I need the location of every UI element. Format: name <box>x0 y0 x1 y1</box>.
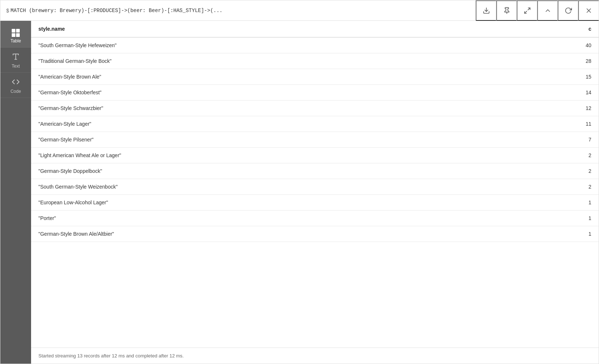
pin-button[interactable] <box>496 0 517 21</box>
collapse-button[interactable] <box>537 0 558 21</box>
table-icon <box>12 26 20 37</box>
cell-count: 11 <box>569 116 599 132</box>
svg-line-2 <box>528 8 530 10</box>
cell-count: 2 <box>569 179 599 195</box>
cell-count: 15 <box>569 69 599 85</box>
cell-style-name: "Traditional German-Style Bock" <box>31 53 569 69</box>
code-icon <box>12 78 20 87</box>
sidebar-item-code[interactable]: Code <box>0 73 31 98</box>
table-row: "South German-Style Weizenbock"2 <box>31 179 599 195</box>
cell-style-name: "German-Style Doppelbock" <box>31 163 569 179</box>
table-row: "Light American Wheat Ale or Lager"2 <box>31 148 599 163</box>
table-row: "German-Style Doppelbock"2 <box>31 163 599 179</box>
cell-count: 28 <box>569 53 599 69</box>
cell-count: 1 <box>569 195 599 211</box>
cell-count: 12 <box>569 101 599 116</box>
cell-count: 7 <box>569 132 599 148</box>
sidebar-label-code: Code <box>11 89 21 94</box>
sidebar-label-text: Text <box>12 64 20 69</box>
cell-style-name: "Light American Wheat Ale or Lager" <box>31 148 569 163</box>
table-row: "German-Style Schwarzbier"12 <box>31 101 599 116</box>
cell-style-name: "American-Style Lager" <box>31 116 569 132</box>
table-wrapper: style.name c "South German-Style Hefewei… <box>31 21 599 348</box>
table-row: "American-Style Brown Ale"15 <box>31 69 599 85</box>
cell-style-name: "German-Style Brown Ale/Altbier" <box>31 226 569 242</box>
table-row: "European Low-Alcohol Lager"1 <box>31 195 599 211</box>
query-text: MATCH (brewery: Brewery)-[:PRODUCES]->(b… <box>11 8 223 14</box>
cell-style-name: "German-Style Pilsener" <box>31 132 569 148</box>
table-row: "German-Style Brown Ale/Altbier"1 <box>31 226 599 242</box>
cell-style-name: "South German-Style Hefeweizen" <box>31 37 569 53</box>
top-bar: $ MATCH (brewery: Brewery)-[:PRODUCES]->… <box>0 0 599 21</box>
download-button[interactable] <box>476 0 496 21</box>
sidebar-item-text[interactable]: Text <box>0 48 31 73</box>
table-row: "Porter"1 <box>31 211 599 226</box>
cell-count: 2 <box>569 148 599 163</box>
cell-style-name: "South German-Style Weizenbock" <box>31 179 569 195</box>
cell-count: 14 <box>569 85 599 101</box>
cell-count: 1 <box>569 211 599 226</box>
text-icon <box>12 53 20 62</box>
cell-style-name: "American-Style Brown Ale" <box>31 69 569 85</box>
expand-button[interactable] <box>517 0 537 21</box>
table-header: style.name c <box>31 21 599 37</box>
sidebar: Table Text <box>0 21 31 364</box>
close-button[interactable] <box>578 0 599 21</box>
status-message: Started streaming 13 records after 12 ms… <box>38 353 184 359</box>
cell-count: 40 <box>569 37 599 53</box>
cell-style-name: "European Low-Alcohol Lager" <box>31 195 569 211</box>
sidebar-label-table: Table <box>11 38 21 43</box>
cell-count: 1 <box>569 226 599 242</box>
cell-count: 2 <box>569 163 599 179</box>
query-prefix: $ <box>6 8 9 14</box>
main-content: Table Text <box>0 21 599 364</box>
query-bar: $ MATCH (brewery: Brewery)-[:PRODUCES]->… <box>0 0 476 20</box>
table-row: "South German-Style Hefeweizen"40 <box>31 37 599 53</box>
table-body: "South German-Style Hefeweizen"40"Tradit… <box>31 37 599 242</box>
col-header-style-name: style.name <box>31 21 569 37</box>
cell-style-name: "Porter" <box>31 211 569 226</box>
status-bar: Started streaming 13 records after 12 ms… <box>31 348 599 364</box>
toolbar-icons <box>476 0 599 20</box>
content-panel: style.name c "South German-Style Hefewei… <box>31 21 599 364</box>
sidebar-item-table[interactable]: Table <box>0 21 31 48</box>
refresh-button[interactable] <box>558 0 578 21</box>
col-header-count: c <box>569 21 599 37</box>
table-row: "German-Style Pilsener"7 <box>31 132 599 148</box>
table-row: "German-Style Oktoberfest"14 <box>31 85 599 101</box>
table-row: "Traditional German-Style Bock"28 <box>31 53 599 69</box>
table-row: "American-Style Lager"11 <box>31 116 599 132</box>
app-container: $ MATCH (brewery: Brewery)-[:PRODUCES]->… <box>0 0 599 364</box>
svg-line-3 <box>524 11 527 13</box>
cell-style-name: "German-Style Oktoberfest" <box>31 85 569 101</box>
results-table: style.name c "South German-Style Hefewei… <box>31 21 599 242</box>
cell-style-name: "German-Style Schwarzbier" <box>31 101 569 116</box>
